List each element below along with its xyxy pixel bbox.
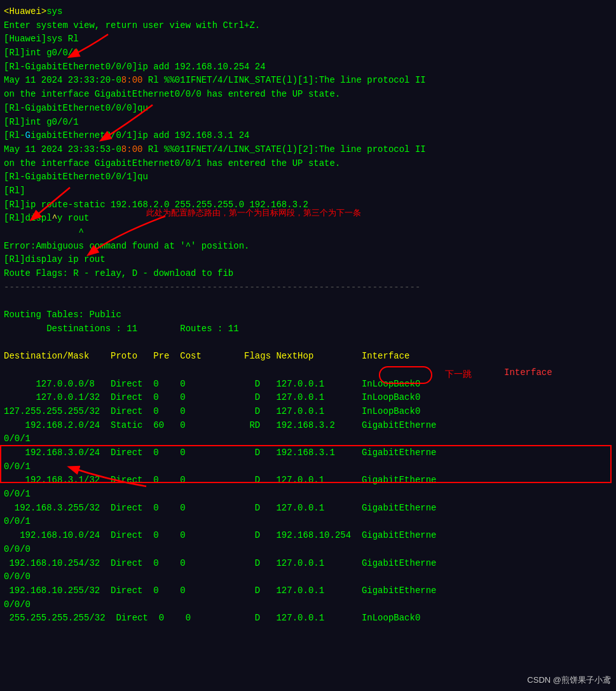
line-blank3 xyxy=(4,364,612,378)
route-row-5-cont: 0/0/1 xyxy=(4,488,612,502)
line-destinations: Destinations : 11 Routes : 11 xyxy=(4,322,612,336)
line-2: Enter system view, return user view with… xyxy=(4,19,612,33)
line-3: [Huawei]sys Rl xyxy=(4,32,612,46)
line-8: [Rl-GigabitEthernet0/0/0]qu xyxy=(4,102,612,116)
line-15: [Rl]ip route-static 192.168.2.0 255.255.… xyxy=(4,198,612,212)
route-row-9: 192.168.10.255/32 Direct 0 0 D 127.0.0.1… xyxy=(4,584,612,598)
line-20: Route Flags: R - relay, D - download to … xyxy=(4,267,612,281)
line-17: ^ xyxy=(4,226,612,240)
line-19: [Rl]display ip rout xyxy=(4,253,612,267)
line-4: [Rl]int g0/0/0 xyxy=(4,46,612,60)
line-blank1 xyxy=(4,294,612,308)
line-5: [Rl-GigabitEthernet0/0/0]ip add 192.168.… xyxy=(4,60,612,74)
line-9: [Rl]int g0/0/1 xyxy=(4,116,612,130)
line-routing-tables: Routing Tables: Public xyxy=(4,308,612,322)
route-row-6: 192.168.3.255/32 Direct 0 0 D 127.0.0.1 … xyxy=(4,502,612,516)
route-row-5: 192.168.3.1/32 Direct 0 0 D 127.0.0.1 Gi… xyxy=(4,474,612,488)
line-10: [Rl-GigabitEthernet0/0/1]ip add 192.168.… xyxy=(4,129,612,143)
route-row-4-cont: 0/0/1 xyxy=(4,460,612,474)
line-separator: ----------------------------------------… xyxy=(4,281,612,295)
route-row-static: 192.168.2.0/24 Static 60 0 RD 192.168.3.… xyxy=(4,419,612,433)
line-14: [Rl] xyxy=(4,184,612,198)
line-1: <Huawei>sys xyxy=(4,5,612,19)
watermark: CSDN @煎饼果子小鸢 xyxy=(527,674,611,686)
line-11: May 11 2024 23:33:53-08:00 Rl %%01IFNET/… xyxy=(4,143,612,157)
line-18: Error:Ambiguous command found at '^' pos… xyxy=(4,240,612,254)
line-13: [Rl-GigabitEthernet0/0/1]qu xyxy=(4,170,612,184)
route-row-7: 192.168.10.0/24 Direct 0 0 D 192.168.10.… xyxy=(4,529,612,543)
route-row-6-cont: 0/0/1 xyxy=(4,515,612,529)
terminal-window: <Huawei>sys Enter system view, return us… xyxy=(0,0,616,691)
route-row-8-cont: 0/0/0 xyxy=(4,570,612,584)
route-row-3: 127.255.255.255/32 Direct 0 0 D 127.0.0.… xyxy=(4,405,612,419)
route-row-9-cont: 0/0/0 xyxy=(4,598,612,612)
route-row-4: 192.168.3.0/24 Direct 0 0 D 192.168.3.1 … xyxy=(4,446,612,460)
route-row-static-cont: 0/0/1 xyxy=(4,432,612,446)
line-7: on the interface GigabitEthernet0/0/0 ha… xyxy=(4,88,612,102)
line-6: May 11 2024 23:33:20-08:00 Rl %%01IFNET/… xyxy=(4,74,612,88)
route-row-10: 255.255.255.255/32 Direct 0 0 D 127.0.0.… xyxy=(4,612,612,626)
route-row-1: 127.0.0.0/8 Direct 0 0 D 127.0.0.1 InLoo… xyxy=(4,378,612,392)
table-header: Destination/Mask Proto Pre Cost Flags Ne… xyxy=(4,350,612,364)
line-blank2 xyxy=(4,336,612,350)
route-row-2: 127.0.0.1/32 Direct 0 0 D 127.0.0.1 InLo… xyxy=(4,391,612,405)
route-row-7-cont: 0/0/0 xyxy=(4,543,612,557)
line-12: on the interface GigabitEthernet0/0/1 ha… xyxy=(4,157,612,171)
route-row-8: 192.168.10.254/32 Direct 0 0 D 127.0.0.1… xyxy=(4,557,612,571)
line-16: [Rl]displ^y rout xyxy=(4,212,612,226)
